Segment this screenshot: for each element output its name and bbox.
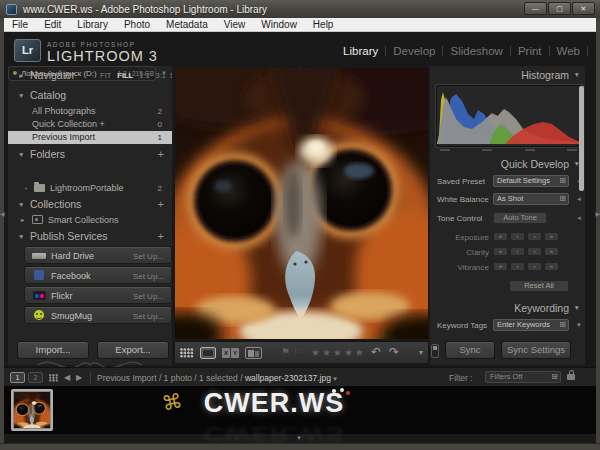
grid-view-shortcut-icon[interactable] bbox=[49, 374, 59, 382]
increase-large-button[interactable]: » bbox=[544, 232, 559, 241]
auto-tone-button[interactable]: Auto Tone bbox=[493, 212, 547, 224]
decrease-large-button[interactable]: « bbox=[493, 262, 508, 271]
grid-view-icon[interactable] bbox=[180, 348, 194, 358]
histogram-plot[interactable] bbox=[436, 85, 583, 147]
reset-all-button[interactable]: Reset All bbox=[509, 280, 569, 292]
menu-item[interactable]: Edit bbox=[36, 19, 69, 30]
export-button[interactable]: Export... bbox=[97, 341, 169, 359]
survey-view-icon[interactable] bbox=[245, 347, 262, 359]
collapse-down-icon[interactable]: ▼ bbox=[18, 92, 24, 99]
sync-settings-button[interactable]: Sync Settings bbox=[501, 341, 571, 359]
sync-button[interactable]: Sync bbox=[445, 341, 495, 359]
maximize-button[interactable]: ▢ bbox=[548, 2, 571, 15]
saved-preset-dropdown[interactable]: Default Settings⊞ bbox=[493, 175, 569, 187]
close-button[interactable]: ✕ bbox=[572, 2, 595, 15]
decrease-large-button[interactable]: « bbox=[493, 232, 508, 241]
filter-lock-icon[interactable] bbox=[567, 374, 575, 380]
rotate-left-icon[interactable]: ↶ bbox=[371, 345, 381, 359]
zoom-updown-icon[interactable]: ↕ bbox=[169, 71, 173, 80]
left-panel-collapse-icon[interactable]: ◀ bbox=[0, 210, 5, 217]
add-collection-icon[interactable]: + bbox=[158, 198, 164, 210]
menu-item[interactable]: Window bbox=[253, 19, 305, 30]
menu-item[interactable]: Library bbox=[69, 19, 116, 30]
decrease-button[interactable]: ‹ bbox=[510, 232, 525, 241]
decrease-button[interactable]: ‹ bbox=[510, 262, 525, 271]
set-up-link[interactable]: Set Up... bbox=[133, 292, 164, 301]
keywording-collapse-icon[interactable]: ▼ bbox=[576, 322, 582, 328]
previous-photo-icon[interactable]: ◀ bbox=[64, 373, 70, 382]
import-button[interactable]: Import... bbox=[17, 341, 89, 359]
menu-item[interactable]: File bbox=[4, 19, 36, 30]
publish-service-row[interactable]: Hard Drive Set Up... bbox=[24, 246, 172, 264]
catalog-header[interactable]: ▼ Catalog bbox=[8, 89, 172, 103]
titlebar[interactable]: www.CWER.ws - Adobe Photoshop Lightroom … bbox=[0, 0, 600, 18]
module-tab[interactable]: Web bbox=[557, 45, 580, 57]
right-panel-collapse-icon[interactable]: ▶ bbox=[595, 210, 600, 217]
catalog-item[interactable]: Previous Import 1 bbox=[8, 131, 172, 144]
publish-services-header[interactable]: ▼ Publish Services + bbox=[8, 230, 172, 244]
menu-item[interactable]: Photo bbox=[116, 19, 158, 30]
flag-pick-icon[interactable]: ⚑ bbox=[281, 346, 290, 357]
histogram-header[interactable]: Histogram ▼ bbox=[430, 69, 585, 83]
collapse-down-icon[interactable]: ▼ bbox=[574, 71, 580, 78]
main-window-button[interactable]: 1 bbox=[10, 372, 25, 383]
quick-develop-header[interactable]: Quick Develop ▼ bbox=[430, 158, 585, 172]
menu-item[interactable]: Metadata bbox=[158, 19, 216, 30]
module-tab[interactable]: Slideshow bbox=[450, 45, 502, 57]
collapse-down-icon[interactable]: ▼ bbox=[18, 151, 24, 158]
white-balance-dropdown[interactable]: As Shot⊞ bbox=[493, 193, 569, 205]
filmstrip-thumbnail-selected[interactable] bbox=[11, 389, 53, 431]
expand-left-icon[interactable]: ◄ bbox=[576, 215, 582, 221]
publish-service-row[interactable]: SmugMug Set Up... bbox=[24, 306, 172, 324]
set-up-link[interactable]: Set Up... bbox=[133, 312, 164, 321]
minimize-button[interactable]: — bbox=[524, 2, 547, 15]
increase-large-button[interactable]: » bbox=[544, 247, 559, 256]
decrease-large-button[interactable]: « bbox=[493, 247, 508, 256]
increase-button[interactable]: › bbox=[527, 247, 542, 256]
catalog-item[interactable]: All Photographs 2 bbox=[8, 105, 172, 118]
menu-item[interactable]: Help bbox=[305, 19, 342, 30]
right-panel-scrollbar[interactable] bbox=[579, 86, 584, 191]
compare-view-icon[interactable] bbox=[222, 348, 239, 358]
catalog-item[interactable]: Quick Collection + 0 bbox=[8, 118, 172, 131]
increase-button[interactable]: › bbox=[527, 262, 542, 271]
increase-large-button[interactable]: » bbox=[544, 262, 559, 271]
zoom-mode[interactable]: FIT bbox=[100, 71, 111, 80]
breadcrumb[interactable]: Previous Import / 1 photo / 1 selected /… bbox=[97, 373, 337, 383]
collapse-down-icon[interactable]: ▼ bbox=[18, 233, 24, 240]
sync-switch-icon[interactable] bbox=[431, 344, 439, 358]
keyword-tags-dropdown[interactable]: Enter Keywords⊞ bbox=[493, 319, 569, 331]
volume-collapse-icon[interactable]: ▼ bbox=[161, 70, 167, 76]
rotate-right-icon[interactable]: ↷ bbox=[389, 345, 399, 359]
collapse-down-icon[interactable]: ▼ bbox=[18, 201, 24, 208]
add-publish-service-icon[interactable]: + bbox=[158, 230, 164, 242]
add-folder-icon[interactable]: + bbox=[158, 148, 164, 160]
toolbar-options-icon[interactable]: ▾ bbox=[419, 348, 423, 357]
folder-row[interactable]: ► LightroomPortable 2 bbox=[8, 182, 172, 195]
collection-disclosure-icon[interactable]: ► bbox=[20, 217, 25, 223]
keywording-header[interactable]: Keywording ▼ bbox=[430, 302, 585, 316]
increase-button[interactable]: › bbox=[527, 232, 542, 241]
second-window-button[interactable]: 2 bbox=[28, 372, 43, 383]
publish-service-row[interactable]: Facebook Set Up... bbox=[24, 266, 172, 284]
filmstrip-collapse-icon[interactable]: ▼ bbox=[296, 435, 302, 441]
filter-dropdown[interactable]: Filters Off⊞ bbox=[485, 371, 561, 383]
collapse-down-icon[interactable]: ▼ bbox=[574, 304, 580, 311]
set-up-link[interactable]: Set Up... bbox=[133, 252, 164, 261]
publish-service-row[interactable]: Flickr Set Up... bbox=[24, 286, 172, 304]
module-tab[interactable]: Print bbox=[518, 45, 542, 57]
next-photo-icon[interactable]: ▶ bbox=[76, 373, 82, 382]
expand-left-icon[interactable]: ◄ bbox=[576, 196, 582, 202]
loupe-photo[interactable] bbox=[175, 68, 428, 339]
loupe-view-icon[interactable] bbox=[200, 347, 216, 359]
flag-reject-icon[interactable]: ⚐ bbox=[293, 346, 302, 357]
decrease-button[interactable]: ‹ bbox=[510, 247, 525, 256]
collection-row[interactable]: ► Smart Collections bbox=[8, 214, 172, 227]
set-up-link[interactable]: Set Up... bbox=[133, 272, 164, 281]
module-tab[interactable]: Library bbox=[343, 45, 378, 57]
module-tab[interactable]: Develop bbox=[393, 45, 435, 57]
folder-disclosure-icon[interactable]: ► bbox=[24, 185, 29, 191]
star-rating[interactable]: ★★★★★ bbox=[311, 347, 366, 358]
folders-header[interactable]: ▼ Folders + bbox=[8, 148, 172, 162]
menu-item[interactable]: View bbox=[216, 19, 254, 30]
